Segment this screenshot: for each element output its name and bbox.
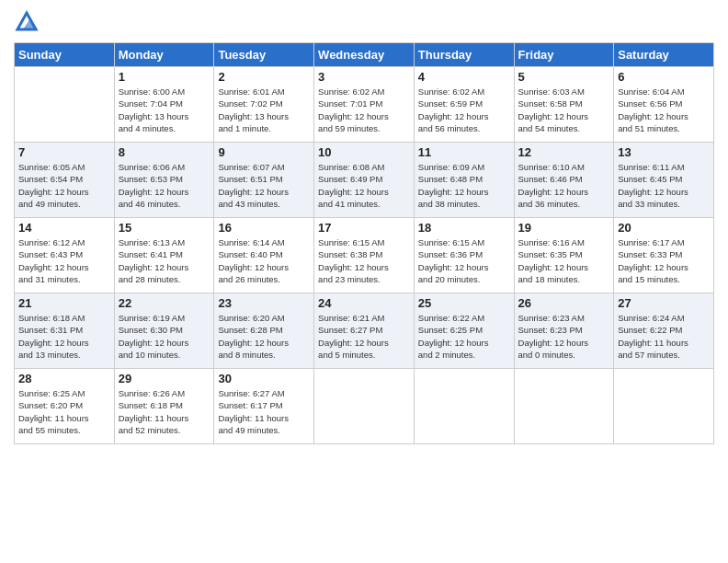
logo (14, 9, 43, 35)
cell-date-number: 2 (218, 70, 310, 84)
calendar-cell-5: 5Sunrise: 6:03 AM Sunset: 6:58 PM Daylig… (514, 67, 614, 143)
calendar-empty-cell (15, 67, 115, 143)
cell-info-text: Sunrise: 6:23 AM Sunset: 6:23 PM Dayligh… (518, 312, 610, 361)
cell-date-number: 27 (618, 296, 710, 310)
cell-info-text: Sunrise: 6:18 AM Sunset: 6:31 PM Dayligh… (18, 312, 110, 361)
cell-date-number: 8 (119, 145, 210, 159)
calendar-cell-26: 26Sunrise: 6:23 AM Sunset: 6:23 PM Dayli… (514, 293, 614, 369)
calendar-table: SundayMondayTuesdayWednesdayThursdayFrid… (14, 42, 714, 444)
cell-info-text: Sunrise: 6:13 AM Sunset: 6:41 PM Dayligh… (119, 236, 210, 285)
cell-info-text: Sunrise: 6:00 AM Sunset: 7:04 PM Dayligh… (119, 86, 210, 134)
cell-info-text: Sunrise: 6:26 AM Sunset: 6:18 PM Dayligh… (119, 387, 210, 436)
cell-info-text: Sunrise: 6:16 AM Sunset: 6:35 PM Dayligh… (518, 236, 610, 285)
cell-date-number: 10 (318, 145, 410, 159)
cell-info-text: Sunrise: 6:24 AM Sunset: 6:22 PM Dayligh… (618, 312, 710, 361)
cell-date-number: 24 (318, 296, 410, 310)
col-header-monday: Monday (114, 43, 214, 67)
cell-info-text: Sunrise: 6:02 AM Sunset: 7:01 PM Dayligh… (318, 86, 410, 134)
calendar-cell-3: 3Sunrise: 6:02 AM Sunset: 7:01 PM Daylig… (314, 67, 415, 143)
cell-info-text: Sunrise: 6:04 AM Sunset: 6:56 PM Dayligh… (618, 86, 710, 134)
col-header-sunday: Sunday (15, 43, 115, 67)
cell-info-text: Sunrise: 6:05 AM Sunset: 6:54 PM Dayligh… (18, 161, 110, 210)
cell-info-text: Sunrise: 6:08 AM Sunset: 6:49 PM Dayligh… (318, 161, 410, 210)
cell-date-number: 7 (18, 145, 110, 159)
cell-info-text: Sunrise: 6:21 AM Sunset: 6:27 PM Dayligh… (318, 312, 410, 361)
cell-date-number: 18 (418, 221, 510, 235)
cell-info-text: Sunrise: 6:17 AM Sunset: 6:33 PM Dayligh… (618, 236, 710, 285)
cell-info-text: Sunrise: 6:01 AM Sunset: 7:02 PM Dayligh… (218, 86, 310, 134)
calendar-cell-16: 16Sunrise: 6:14 AM Sunset: 6:40 PM Dayli… (214, 218, 314, 293)
calendar-cell-17: 17Sunrise: 6:15 AM Sunset: 6:38 PM Dayli… (314, 218, 415, 293)
calendar-cell-23: 23Sunrise: 6:20 AM Sunset: 6:28 PM Dayli… (214, 293, 314, 369)
calendar-cell-10: 10Sunrise: 6:08 AM Sunset: 6:49 PM Dayli… (314, 143, 415, 218)
cell-date-number: 22 (119, 296, 210, 310)
col-header-saturday: Saturday (614, 43, 714, 67)
cell-date-number: 14 (18, 221, 110, 235)
cell-date-number: 16 (218, 221, 310, 235)
cell-date-number: 6 (618, 70, 710, 84)
calendar-cell-13: 13Sunrise: 6:11 AM Sunset: 6:45 PM Dayli… (614, 143, 714, 218)
calendar-cell-19: 19Sunrise: 6:16 AM Sunset: 6:35 PM Dayli… (514, 218, 614, 293)
calendar-cell-11: 11Sunrise: 6:09 AM Sunset: 6:48 PM Dayli… (414, 143, 514, 218)
cell-date-number: 3 (318, 70, 410, 84)
col-header-wednesday: Wednesday (314, 43, 415, 67)
calendar-cell-29: 29Sunrise: 6:26 AM Sunset: 6:18 PM Dayli… (114, 369, 214, 444)
logo-icon (14, 9, 40, 35)
calendar-cell-2: 2Sunrise: 6:01 AM Sunset: 7:02 PM Daylig… (214, 67, 314, 143)
calendar-cell-21: 21Sunrise: 6:18 AM Sunset: 6:31 PM Dayli… (15, 293, 115, 369)
cell-date-number: 25 (418, 296, 510, 310)
cell-info-text: Sunrise: 6:07 AM Sunset: 6:51 PM Dayligh… (218, 161, 310, 210)
calendar-cell-12: 12Sunrise: 6:10 AM Sunset: 6:46 PM Dayli… (514, 143, 614, 218)
cell-info-text: Sunrise: 6:10 AM Sunset: 6:46 PM Dayligh… (518, 161, 610, 210)
cell-info-text: Sunrise: 6:22 AM Sunset: 6:25 PM Dayligh… (418, 312, 510, 361)
cell-date-number: 21 (18, 296, 110, 310)
calendar-cell-20: 20Sunrise: 6:17 AM Sunset: 6:33 PM Dayli… (614, 218, 714, 293)
calendar-cell-25: 25Sunrise: 6:22 AM Sunset: 6:25 PM Dayli… (414, 293, 514, 369)
calendar-cell-24: 24Sunrise: 6:21 AM Sunset: 6:27 PM Dayli… (314, 293, 415, 369)
calendar-cell-15: 15Sunrise: 6:13 AM Sunset: 6:41 PM Dayli… (114, 218, 214, 293)
calendar-cell-27: 27Sunrise: 6:24 AM Sunset: 6:22 PM Dayli… (614, 293, 714, 369)
cell-date-number: 28 (18, 372, 110, 385)
calendar-cell-7: 7Sunrise: 6:05 AM Sunset: 6:54 PM Daylig… (15, 143, 115, 218)
cell-info-text: Sunrise: 6:03 AM Sunset: 6:58 PM Dayligh… (518, 86, 610, 134)
calendar-week-2: 7Sunrise: 6:05 AM Sunset: 6:54 PM Daylig… (15, 143, 714, 218)
calendar-empty-cell (614, 369, 714, 444)
cell-date-number: 4 (418, 70, 510, 84)
calendar-week-4: 21Sunrise: 6:18 AM Sunset: 6:31 PM Dayli… (15, 293, 714, 369)
cell-date-number: 11 (418, 145, 510, 159)
cell-date-number: 15 (119, 221, 210, 235)
cell-date-number: 1 (119, 70, 210, 84)
cell-info-text: Sunrise: 6:20 AM Sunset: 6:28 PM Dayligh… (218, 312, 310, 361)
cell-date-number: 5 (518, 70, 610, 84)
calendar-empty-cell (514, 369, 614, 444)
cell-info-text: Sunrise: 6:25 AM Sunset: 6:20 PM Dayligh… (18, 387, 110, 436)
col-header-tuesday: Tuesday (214, 43, 314, 67)
cell-date-number: 26 (518, 296, 610, 310)
cell-info-text: Sunrise: 6:14 AM Sunset: 6:40 PM Dayligh… (218, 236, 310, 285)
cell-info-text: Sunrise: 6:09 AM Sunset: 6:48 PM Dayligh… (418, 161, 510, 210)
calendar-cell-28: 28Sunrise: 6:25 AM Sunset: 6:20 PM Dayli… (15, 369, 115, 444)
calendar-empty-cell (314, 369, 415, 444)
calendar-week-3: 14Sunrise: 6:12 AM Sunset: 6:43 PM Dayli… (15, 218, 714, 293)
calendar-cell-30: 30Sunrise: 6:27 AM Sunset: 6:17 PM Dayli… (214, 369, 314, 444)
cell-info-text: Sunrise: 6:12 AM Sunset: 6:43 PM Dayligh… (18, 236, 110, 285)
cell-date-number: 23 (218, 296, 310, 310)
calendar-cell-14: 14Sunrise: 6:12 AM Sunset: 6:43 PM Dayli… (15, 218, 115, 293)
cell-info-text: Sunrise: 6:15 AM Sunset: 6:36 PM Dayligh… (418, 236, 510, 285)
calendar-cell-22: 22Sunrise: 6:19 AM Sunset: 6:30 PM Dayli… (114, 293, 214, 369)
cell-info-text: Sunrise: 6:27 AM Sunset: 6:17 PM Dayligh… (218, 387, 310, 436)
cell-date-number: 12 (518, 145, 610, 159)
calendar-week-5: 28Sunrise: 6:25 AM Sunset: 6:20 PM Dayli… (15, 369, 714, 444)
cell-date-number: 19 (518, 221, 610, 235)
calendar-empty-cell (414, 369, 514, 444)
col-header-thursday: Thursday (414, 43, 514, 67)
cell-info-text: Sunrise: 6:11 AM Sunset: 6:45 PM Dayligh… (618, 161, 710, 210)
calendar-cell-4: 4Sunrise: 6:02 AM Sunset: 6:59 PM Daylig… (414, 67, 514, 143)
cell-info-text: Sunrise: 6:06 AM Sunset: 6:53 PM Dayligh… (119, 161, 210, 210)
calendar-cell-1: 1Sunrise: 6:00 AM Sunset: 7:04 PM Daylig… (114, 67, 214, 143)
calendar-week-1: 1Sunrise: 6:00 AM Sunset: 7:04 PM Daylig… (15, 67, 714, 143)
calendar-cell-6: 6Sunrise: 6:04 AM Sunset: 6:56 PM Daylig… (614, 67, 714, 143)
cell-date-number: 9 (218, 145, 310, 159)
cell-date-number: 13 (618, 145, 710, 159)
col-header-friday: Friday (514, 43, 614, 67)
